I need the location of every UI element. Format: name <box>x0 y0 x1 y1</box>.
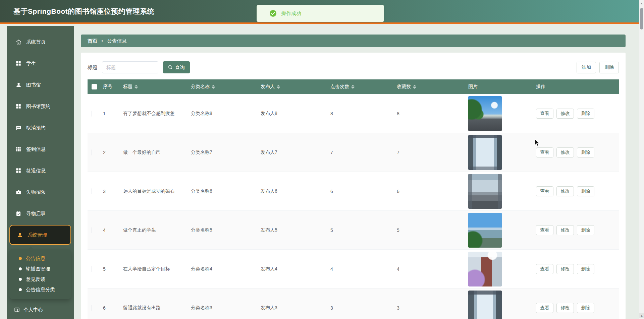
submenu-item-1[interactable]: 轮播图管理 <box>9 264 71 274</box>
cell-title: 有了梦想就不会感到疲惫 <box>123 111 191 117</box>
briefcase-icon <box>15 189 21 195</box>
edit-button[interactable]: 修改 <box>556 303 574 313</box>
row-checkbox[interactable] <box>92 305 92 311</box>
sidebar-item-7[interactable]: 失物招领 <box>7 181 74 203</box>
submenu-item-3[interactable]: 公告信息分类 <box>9 284 71 295</box>
cell-image <box>468 213 536 248</box>
query-button[interactable]: 查询 <box>163 61 190 73</box>
row-checkbox[interactable] <box>92 188 92 194</box>
panel-icon <box>14 307 20 313</box>
column-header-1: 标题 <box>123 84 191 90</box>
column-header-0: 序号 <box>103 84 123 90</box>
row-image-courtyard-sky-view <box>468 135 502 170</box>
cell-index: 3 <box>103 189 123 194</box>
view-button[interactable]: 查看 <box>536 303 553 313</box>
row-checkbox[interactable] <box>92 266 92 272</box>
edit-button[interactable]: 修改 <box>556 147 574 157</box>
row-checkbox[interactable] <box>92 111 92 117</box>
edit-button[interactable]: 修改 <box>556 225 574 235</box>
sidebar-item-1[interactable]: 学生 <box>7 53 74 74</box>
sort-carets-icon[interactable] <box>135 85 138 89</box>
vertical-scrollbar[interactable]: ▲ ▲ <box>639 0 644 319</box>
cell-index: 6 <box>103 305 123 311</box>
cell-publisher: 发布人7 <box>261 149 330 155</box>
sidebar-item-0[interactable]: 系统首页 <box>7 31 74 53</box>
scroll-up-arrow[interactable]: ▲ <box>639 1 644 6</box>
row-image-campus-road-blue-sky <box>468 96 502 131</box>
submenu-item-2[interactable]: 意见反馈 <box>9 274 71 284</box>
grid-icon <box>15 168 21 174</box>
column-label: 发布人 <box>261 84 275 90</box>
view-button[interactable]: 查看 <box>536 147 553 157</box>
delete-row-button[interactable]: 删除 <box>577 186 594 196</box>
view-button[interactable]: 查看 <box>536 109 553 119</box>
column-header-2: 分类名称 <box>191 84 261 90</box>
sort-carets-icon[interactable] <box>212 85 215 89</box>
sidebar-item-9[interactable]: 系统管理 <box>9 225 71 245</box>
row-checkbox[interactable] <box>92 227 92 233</box>
cell-favorites: 4 <box>397 266 468 272</box>
add-button[interactable]: 添加 <box>577 62 596 73</box>
sidebar-item-label: 系统首页 <box>26 39 46 45</box>
delete-button[interactable]: 删除 <box>599 62 619 73</box>
cell-actions: 查看修改删除 <box>536 186 619 196</box>
clipboard-icon <box>15 210 21 216</box>
user-icon <box>15 82 21 88</box>
sidebar-item-6[interactable]: 签退信息 <box>7 160 74 181</box>
grid-icon <box>15 60 21 66</box>
cell-publisher: 发布人4 <box>261 266 330 272</box>
delete-row-button[interactable]: 删除 <box>577 109 594 119</box>
sidebar-item-3[interactable]: 图书馆预约 <box>7 95 74 117</box>
column-label: 操作 <box>536 84 545 90</box>
edit-button[interactable]: 修改 <box>556 109 574 119</box>
main-content: 首页 ● 公告信息 标题 查询 添加 删除 序号标题分类名称发布人点击次数收藏数… <box>74 26 644 319</box>
app-title: 基于SpringBoot的图书馆座位预约管理系统 <box>13 7 154 16</box>
column-label: 点击次数 <box>330 84 349 90</box>
table-header: 序号标题分类名称发布人点击次数收藏数图片操作 <box>88 79 619 94</box>
cell-actions: 查看修改删除 <box>536 147 619 157</box>
cell-index: 1 <box>103 111 123 116</box>
cell-actions: 查看修改删除 <box>536 303 619 313</box>
cell-publisher: 发布人8 <box>261 111 330 117</box>
submenu-item-0[interactable]: 公告信息 <box>9 253 71 264</box>
breadcrumb: 首页 ● 公告信息 <box>81 35 626 47</box>
sort-carets-icon[interactable] <box>277 85 280 89</box>
cell-favorites: 8 <box>397 111 468 116</box>
cell-clicks: 5 <box>330 228 397 233</box>
submenu-item-label: 轮播图管理 <box>26 266 50 272</box>
breadcrumb-separator: ● <box>101 39 103 43</box>
table-row: 2做一个最好的自己分类名称7发布人777查看修改删除 <box>88 133 619 172</box>
sidebar-item-8[interactable]: 寻物启事 <box>7 203 74 224</box>
edit-button[interactable]: 修改 <box>556 264 574 274</box>
sidebar-item-personal-center[interactable]: 个人中心 <box>7 307 74 313</box>
cell-category: 分类名称7 <box>191 149 261 155</box>
search-input[interactable] <box>102 61 158 73</box>
row-image-courtyard-sky-view-2 <box>468 291 502 319</box>
cell-category: 分类名称3 <box>191 305 261 311</box>
table-row: 4做个真正的学生分类名称5发布人555查看修改删除 <box>88 211 619 250</box>
edit-button[interactable]: 修改 <box>556 186 574 196</box>
cell-title: 在大学给自己定个目标 <box>123 266 191 272</box>
cell-actions: 查看修改删除 <box>536 109 619 119</box>
sidebar-item-2[interactable]: 图书馆 <box>7 74 74 95</box>
row-checkbox[interactable] <box>92 149 92 155</box>
delete-row-button[interactable]: 删除 <box>577 225 594 235</box>
scrollbar-thumb[interactable] <box>640 8 643 29</box>
sort-carets-icon[interactable] <box>351 85 355 89</box>
delete-row-button[interactable]: 删除 <box>577 147 594 157</box>
select-all-checkbox[interactable] <box>92 84 97 89</box>
table-row: 6留退路就没有出路分类名称3发布人333查看修改删除 <box>88 289 619 319</box>
column-header-3: 发布人 <box>261 84 330 90</box>
sidebar-item-4[interactable]: 取消预约 <box>7 117 74 138</box>
sort-carets-icon[interactable] <box>413 85 416 89</box>
sidebar-item-5[interactable]: 签到信息 <box>7 138 74 160</box>
delete-row-button[interactable]: 删除 <box>577 264 594 274</box>
chat-icon <box>15 125 21 131</box>
scroll-down-arrow[interactable]: ▲ <box>639 313 644 318</box>
content-card: 标题 查询 添加 删除 序号标题分类名称发布人点击次数收藏数图片操作 1有了梦想… <box>81 53 626 319</box>
view-button[interactable]: 查看 <box>536 225 553 235</box>
breadcrumb-home[interactable]: 首页 <box>88 38 97 44</box>
view-button[interactable]: 查看 <box>536 264 553 274</box>
delete-row-button[interactable]: 删除 <box>577 303 594 313</box>
view-button[interactable]: 查看 <box>536 186 553 196</box>
